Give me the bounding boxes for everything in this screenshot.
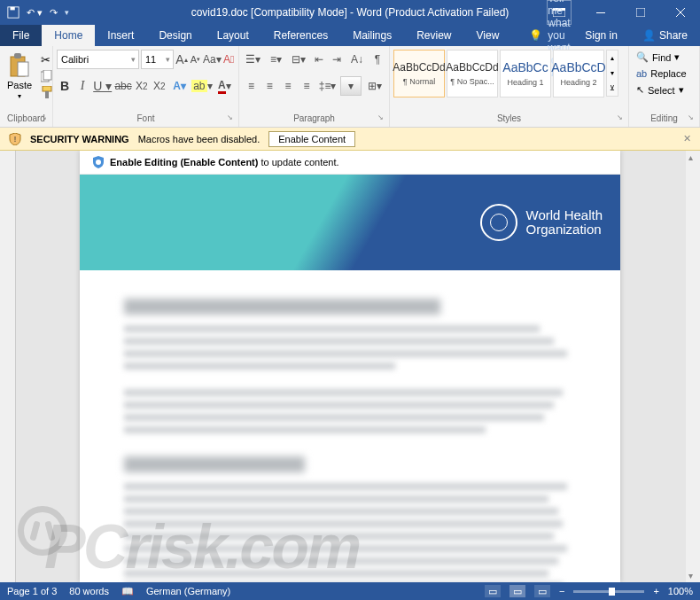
shading-button[interactable]: ▾: [340, 76, 362, 96]
style-heading1[interactable]: AaBbCc Heading 1: [500, 50, 551, 97]
style-heading2[interactable]: AaBbCcD Heading 2: [553, 50, 604, 97]
redo-icon[interactable]: ↷: [50, 7, 58, 19]
close-warning-button[interactable]: ✕: [683, 133, 691, 144]
italic-button[interactable]: I: [74, 76, 90, 96]
copy-icon[interactable]: [41, 70, 53, 82]
align-right-button[interactable]: ≡: [280, 76, 297, 96]
cut-icon[interactable]: ✂: [41, 53, 53, 66]
print-layout-button[interactable]: ▭: [509, 585, 525, 597]
justify-button[interactable]: ≡: [299, 76, 315, 96]
blurred-text-line: [124, 350, 567, 357]
close-button[interactable]: [660, 0, 700, 25]
font-size-combo[interactable]: ▾: [141, 50, 174, 69]
borders-button[interactable]: ⊞▾: [363, 76, 385, 96]
sort-button[interactable]: A↓: [346, 50, 368, 69]
enable-content-button[interactable]: Enable Content: [268, 131, 355, 147]
web-layout-button[interactable]: ▭: [534, 585, 550, 597]
svg-rect-1: [11, 7, 15, 11]
increase-indent-button[interactable]: ⇥: [329, 50, 345, 69]
multilevel-button[interactable]: ⊟▾: [288, 50, 309, 69]
vertical-scrollbar[interactable]: [686, 151, 700, 582]
group-clipboard: Paste ▾ ✂ Clipboard: [0, 46, 53, 127]
strikethrough-button[interactable]: abc: [114, 76, 131, 96]
bold-button[interactable]: B: [57, 76, 73, 96]
tab-design[interactable]: Design: [146, 25, 204, 46]
font-size-input[interactable]: [142, 54, 163, 65]
enable-editing-text: Enable Editing (Enable Content) to updat…: [110, 157, 339, 168]
zoom-slider[interactable]: [573, 590, 644, 593]
tab-review[interactable]: Review: [404, 25, 463, 46]
group-editing: 🔍Find ▾ abReplace ↖Select ▾ Editing: [629, 46, 700, 127]
styles-scrollbar[interactable]: ▴▾⊻: [606, 50, 618, 97]
format-painter-icon[interactable]: [41, 86, 53, 98]
numbering-button[interactable]: ≡▾: [266, 50, 287, 69]
word-count[interactable]: 80 words: [69, 586, 109, 596]
find-button[interactable]: 🔍Find ▾: [633, 50, 683, 65]
tab-home[interactable]: Home: [42, 25, 95, 46]
select-icon: ↖: [636, 84, 644, 96]
zoom-level[interactable]: 100%: [668, 586, 693, 596]
tab-references[interactable]: References: [261, 25, 340, 46]
select-button[interactable]: ↖Select ▾: [633, 82, 688, 97]
qat-more-icon[interactable]: ▾: [65, 8, 69, 17]
titlebar: ↶ ▾ ↷ ▾ covid19.doc [Compatibility Mode]…: [0, 0, 700, 25]
signin-button[interactable]: Sign in: [572, 25, 630, 46]
zoom-out-button[interactable]: −: [559, 586, 564, 596]
style-sample: AaBbCcDd: [393, 61, 445, 74]
tell-me-search[interactable]: 💡 Tell me what you want to do...: [511, 25, 572, 46]
document-page: Enable Editing (Enable Content) to updat…: [80, 151, 620, 582]
font-label: Font: [57, 112, 235, 125]
ribbon: Paste ▾ ✂ Clipboard ▾ ▾ A▴ A▾ Aa▾ A⃠ B: [0, 46, 700, 128]
line-spacing-button[interactable]: ‡≡▾: [316, 76, 338, 96]
highlight-button[interactable]: ab▾: [191, 76, 212, 96]
style-name: Heading 1: [507, 78, 543, 87]
save-icon[interactable]: [7, 6, 19, 19]
font-name-combo[interactable]: ▾: [57, 50, 139, 69]
style-no-spacing[interactable]: AaBbCcDd ¶ No Spac...: [447, 50, 498, 97]
tab-file[interactable]: File: [0, 25, 42, 46]
paste-button[interactable]: Paste ▾: [4, 50, 35, 104]
tab-mailings[interactable]: Mailings: [340, 25, 404, 46]
bullets-button[interactable]: ☰▾: [243, 50, 264, 69]
document-banner: World Health Organization: [80, 175, 620, 270]
tab-layout[interactable]: Layout: [205, 25, 261, 46]
language-indicator[interactable]: German (Germany): [146, 586, 230, 596]
chevron-down-icon: ▾: [18, 92, 21, 100]
blurred-text-line: [124, 483, 567, 490]
maximize-button[interactable]: [620, 0, 660, 25]
share-button[interactable]: 👤 Share: [630, 25, 700, 46]
grow-font-icon[interactable]: A▴: [175, 50, 188, 69]
undo-icon[interactable]: ↶ ▾: [27, 7, 43, 19]
show-marks-button[interactable]: ¶: [369, 50, 385, 69]
replace-button[interactable]: abReplace: [633, 66, 690, 81]
font-name-input[interactable]: [58, 54, 128, 65]
tab-insert[interactable]: Insert: [95, 25, 146, 46]
ribbon-tabs: File Home Insert Design Layout Reference…: [0, 25, 700, 46]
svg-rect-4: [596, 12, 605, 13]
decrease-indent-button[interactable]: ⇤: [311, 50, 327, 69]
superscript-button[interactable]: X2: [152, 76, 167, 96]
font-color-button[interactable]: A▾: [214, 76, 235, 96]
align-center-button[interactable]: ≡: [261, 76, 278, 96]
page-indicator[interactable]: Page 1 of 3: [7, 586, 57, 596]
styles-label: Styles: [393, 112, 625, 125]
blurred-text-line: [124, 426, 486, 433]
share-icon: 👤: [642, 29, 656, 42]
read-mode-button[interactable]: ▭: [485, 585, 501, 597]
zoom-in-button[interactable]: +: [653, 586, 658, 596]
tab-view[interactable]: View: [464, 25, 512, 46]
align-left-button[interactable]: ≡: [243, 76, 260, 96]
who-text-line1: World Health: [526, 208, 603, 223]
subscript-button[interactable]: X2: [134, 76, 150, 96]
style-normal[interactable]: AaBbCcDd ¶ Normal: [393, 50, 445, 97]
replace-icon: ab: [636, 68, 647, 79]
svg-rect-12: [45, 91, 49, 98]
spelling-icon[interactable]: 📖: [121, 586, 134, 597]
minimize-button[interactable]: [580, 0, 620, 25]
text-effects-button[interactable]: A▾: [169, 76, 190, 96]
shrink-font-icon[interactable]: A▾: [190, 50, 202, 69]
change-case-icon[interactable]: Aa▾: [203, 50, 221, 69]
clear-formatting-icon[interactable]: A⃠: [222, 50, 235, 69]
blurred-heading: [124, 299, 440, 315]
underline-button[interactable]: U ▾: [92, 76, 113, 96]
